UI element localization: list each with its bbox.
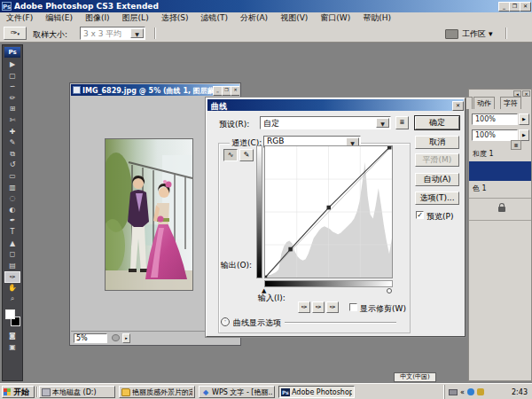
history-brush-tool[interactable]: ↺ bbox=[4, 160, 20, 171]
eraser-tool[interactable]: ▭ bbox=[4, 171, 20, 183]
palettes-panel: ◂ ✕ 动作 字符 100% ▶ 100% ▶ ≣ 和度 1色 1 bbox=[468, 89, 532, 381]
tray-network-icon[interactable] bbox=[467, 388, 474, 395]
show-clipping-label: 显示修剪(W) bbox=[360, 303, 406, 315]
tab-actions[interactable]: 动作 bbox=[473, 97, 495, 109]
task-wps[interactable]: ◆WPS 文字 - [艳丽... bbox=[199, 386, 275, 398]
task-label: WPS 文字 - [艳丽... bbox=[212, 387, 272, 397]
system-tray: « 2:43 bbox=[444, 385, 531, 399]
sample-size-dropdown[interactable]: 3 x 3 平均 ▼ bbox=[80, 27, 145, 40]
photoshop-application: Ps Adobe Photoshop CS3 Extended _ ❐ ✕ 文件… bbox=[0, 0, 532, 399]
ok-button[interactable]: 确定 bbox=[415, 116, 459, 129]
menu-item-1[interactable]: 编辑(E) bbox=[39, 12, 79, 24]
close-button[interactable]: ✕ bbox=[520, 2, 531, 12]
slice-tool[interactable]: ✄ bbox=[4, 115, 20, 127]
curves-close-button[interactable]: ✕ bbox=[452, 101, 464, 111]
screen-mode-button[interactable]: ▣ bbox=[4, 342, 20, 354]
menu-item-8[interactable]: 窗口(W) bbox=[314, 12, 356, 24]
chevron-down-icon: ▾ bbox=[18, 31, 20, 36]
opacity-spinner[interactable]: ▶ bbox=[519, 113, 529, 125]
options-button[interactable]: 选项(T)... bbox=[415, 192, 459, 205]
document-titlebar[interactable]: IMG_6829.jpg @ 5% (曲线 1, 图层蒙... _ ❐ ✕ bbox=[71, 84, 239, 96]
move-tool[interactable]: ▶ bbox=[4, 59, 20, 71]
clone-stamp-tool[interactable]: ⧉ bbox=[4, 149, 20, 160]
set-white-point-eyedropper[interactable]: ✑ bbox=[326, 301, 339, 313]
taskbar: 开始 本地磁盘 (D:)艳丽质感外景片的定...◆WPS 文字 - [艳丽...… bbox=[0, 383, 532, 399]
bridge-icon[interactable] bbox=[445, 29, 458, 39]
menu-item-7[interactable]: 视图(V) bbox=[274, 12, 314, 24]
crop-tool[interactable]: ⊞ bbox=[4, 104, 20, 115]
eyedropper-tool[interactable]: ✑ bbox=[4, 271, 20, 283]
status-menu-button[interactable]: ▸ bbox=[122, 333, 130, 343]
layer-lock-row[interactable] bbox=[469, 198, 531, 221]
curves-plot[interactable] bbox=[264, 145, 393, 278]
tray-volume-icon[interactable] bbox=[477, 388, 484, 395]
app-titlebar: Ps Adobe Photoshop CS3 Extended _ ❐ ✕ bbox=[0, 0, 532, 12]
tab-character[interactable]: 字符 bbox=[500, 97, 521, 109]
menu-item-4[interactable]: 选择(S) bbox=[155, 12, 195, 24]
task-folder[interactable]: 艳丽质感外景片的定... bbox=[119, 386, 195, 398]
keyboard-icon[interactable] bbox=[449, 389, 458, 395]
preview-checkbox[interactable]: ✓ bbox=[416, 211, 424, 219]
menu-item-3[interactable]: 图层(L) bbox=[116, 12, 155, 24]
layer-row-0[interactable]: 和度 1 bbox=[469, 146, 531, 161]
set-gray-point-eyedropper[interactable]: ✑ bbox=[312, 301, 325, 313]
curve-pencil-tool[interactable]: ✎ bbox=[239, 149, 254, 161]
path-selection-tool[interactable]: ▲ bbox=[4, 239, 20, 250]
menu-item-6[interactable]: 分析(A) bbox=[234, 12, 274, 24]
curves-titlebar[interactable]: 曲线 ✕ bbox=[207, 99, 464, 111]
tray-expand-icon[interactable]: « bbox=[460, 388, 465, 396]
healing-brush-tool[interactable]: ✚ bbox=[4, 127, 20, 138]
menu-item-9[interactable]: 帮助(H) bbox=[356, 12, 397, 24]
task-label: 艳丽质感外景片的定... bbox=[132, 387, 192, 397]
foreground-color-swatch[interactable] bbox=[5, 309, 15, 319]
layer-row-1[interactable] bbox=[469, 161, 531, 181]
panel-close-button[interactable]: ✕ bbox=[522, 90, 530, 97]
opacity-field[interactable]: 100% bbox=[472, 113, 518, 125]
pen-tool[interactable]: ✒ bbox=[4, 215, 20, 227]
gradient-tool[interactable]: ▥ bbox=[4, 183, 20, 194]
white-point-slider[interactable] bbox=[387, 288, 392, 293]
status-info-icon[interactable] bbox=[112, 334, 120, 341]
set-black-point-eyedropper[interactable]: ✑ bbox=[298, 301, 310, 313]
menu-item-2[interactable]: 图像(I) bbox=[79, 12, 116, 24]
quick-selection-tool[interactable]: ✏ bbox=[4, 93, 20, 105]
auto-button[interactable]: 自动(A) bbox=[415, 173, 459, 186]
tool-preset-picker[interactable]: ✑▾ bbox=[4, 27, 27, 40]
notes-tool[interactable]: ▤ bbox=[4, 261, 20, 272]
show-clipping-checkbox[interactable] bbox=[349, 303, 357, 311]
preset-dropdown[interactable]: 自定 ▼ bbox=[260, 116, 391, 129]
preset-options-button[interactable]: ≣ bbox=[395, 116, 409, 129]
workspace-button[interactable]: 工作区 ▾ bbox=[462, 28, 492, 40]
separator bbox=[36, 387, 37, 397]
toolbox-ps-logo[interactable]: Ps bbox=[4, 47, 20, 58]
curve-point-tool[interactable]: ∿ bbox=[223, 149, 238, 161]
menu-item-5[interactable]: 滤镜(T) bbox=[194, 12, 234, 24]
panel-collapse-button[interactable]: ◂ bbox=[513, 90, 521, 97]
tab-partial[interactable] bbox=[466, 97, 473, 109]
display-options-expander[interactable]: ˇ bbox=[221, 317, 230, 326]
zoom-level-field[interactable]: 5% bbox=[74, 333, 107, 343]
brush-tool[interactable]: ✎ bbox=[4, 137, 20, 149]
menu-item-0[interactable]: 文件(F) bbox=[0, 12, 39, 24]
start-button[interactable]: 开始 bbox=[2, 386, 35, 398]
quick-mask-button[interactable]: ◙ bbox=[4, 331, 20, 342]
cancel-button[interactable]: 取消 bbox=[415, 136, 459, 149]
language-indicator[interactable]: 中文(中国) bbox=[394, 372, 436, 382]
blur-tool[interactable]: ◌ bbox=[4, 193, 20, 205]
layers-list: 和度 1色 1 bbox=[469, 146, 531, 196]
task-photoshop[interactable]: PsAdobe Photoshop CS3... bbox=[278, 386, 355, 398]
task-local-disk[interactable]: 本地磁盘 (D:) bbox=[39, 386, 115, 398]
shape-tool[interactable]: ◻ bbox=[4, 249, 20, 261]
zoom-tool[interactable]: ⌕ bbox=[4, 293, 20, 305]
smooth-button: 平滑(M) bbox=[415, 153, 459, 167]
marquee-tool[interactable]: ▢ bbox=[4, 71, 20, 82]
photo-canvas[interactable] bbox=[105, 138, 193, 291]
doc-close-button[interactable]: ✕ bbox=[231, 86, 239, 96]
type-tool[interactable]: T bbox=[4, 227, 20, 239]
task-label: Adobe Photoshop CS3... bbox=[292, 388, 352, 396]
lasso-tool[interactable]: ∽ bbox=[4, 82, 20, 93]
layer-row-2[interactable]: 色 1 bbox=[469, 181, 531, 196]
input-label: 输入(I): bbox=[258, 293, 286, 304]
hand-tool[interactable]: ✋ bbox=[4, 283, 20, 294]
dodge-tool[interactable]: ◐ bbox=[4, 205, 20, 216]
